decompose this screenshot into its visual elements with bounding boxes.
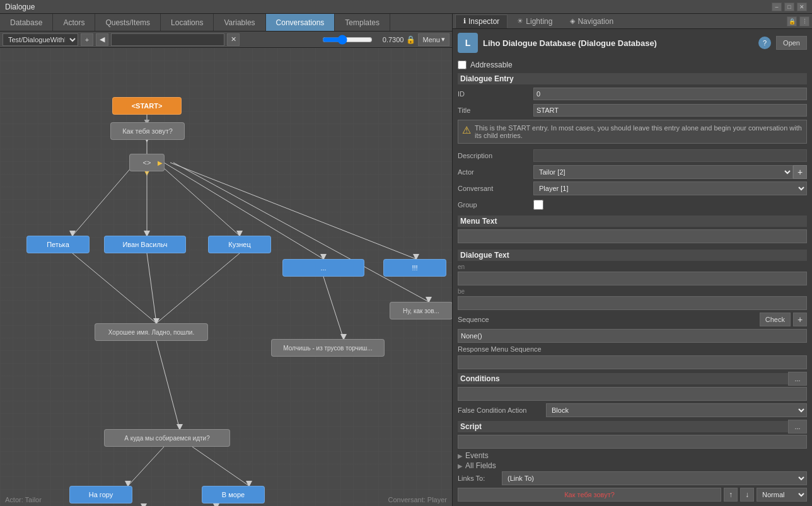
node-ivan[interactable]: Иван Васильч bbox=[104, 236, 186, 253]
svg-line-9 bbox=[72, 253, 156, 323]
conditions-ellipsis-btn[interactable]: ... bbox=[788, 372, 807, 386]
svg-line-10 bbox=[147, 253, 156, 323]
canvas-status: Actor: Tailor Conversant: Player bbox=[5, 496, 447, 503]
conversant-select[interactable]: Player [1] bbox=[533, 181, 807, 195]
all-fields-row[interactable]: ▶ All Fields bbox=[458, 461, 807, 470]
maximize-btn[interactable]: □ bbox=[784, 3, 794, 11]
en-label: en bbox=[458, 263, 807, 270]
add-button[interactable]: + bbox=[81, 33, 93, 46]
tab-lighting[interactable]: ☀ Lighting bbox=[509, 14, 560, 28]
node-kuda[interactable]: А куда мы собираемся идти? bbox=[104, 429, 230, 447]
menu-text-section: Menu Text bbox=[458, 216, 807, 227]
tab-locations[interactable]: Locations bbox=[161, 14, 214, 31]
minimize-btn[interactable]: – bbox=[772, 3, 782, 11]
dialogue-text-section: Dialogue Text bbox=[458, 250, 807, 261]
node-dots2[interactable]: !!! bbox=[383, 259, 446, 277]
main-container: Database Actors Quests/Items Locations V… bbox=[0, 14, 812, 506]
search-clear-button[interactable]: ✕ bbox=[227, 33, 240, 46]
actor-add-btn[interactable]: + bbox=[793, 165, 807, 179]
canvas-area[interactable]: <START> Как тебя зовут? <> ▶ Петька Иван… bbox=[0, 48, 452, 506]
node-q1[interactable]: Как тебя зовут? bbox=[110, 122, 185, 140]
tab-inspector[interactable]: ℹ Inspector bbox=[455, 14, 508, 28]
events-label: Events bbox=[465, 451, 489, 460]
node-petka[interactable]: Петька bbox=[26, 236, 90, 253]
tab-conversations[interactable]: Conversations bbox=[266, 14, 335, 31]
title-bar: Dialogue – □ ✕ bbox=[0, 0, 812, 14]
tab-bar: Database Actors Quests/Items Locations V… bbox=[0, 14, 452, 32]
actor-select[interactable]: Tailor [2] bbox=[533, 165, 793, 179]
title-input[interactable] bbox=[533, 104, 807, 117]
navigation-icon: ◈ bbox=[570, 17, 575, 25]
script-ellipsis-btn[interactable]: ... bbox=[788, 420, 807, 434]
en-input[interactable] bbox=[458, 272, 807, 285]
title-row: Title bbox=[458, 103, 807, 117]
group-checkbox[interactable] bbox=[533, 200, 543, 210]
id-row: ID bbox=[458, 87, 807, 101]
response-menu-seq-row: Response Menu Sequence bbox=[458, 345, 807, 353]
inspector-more-btn[interactable]: ⋮ bbox=[799, 16, 809, 26]
node-good[interactable]: Хорошее имя. Ладно, пошли. bbox=[95, 323, 208, 341]
be-input[interactable] bbox=[458, 296, 807, 310]
lock-icon[interactable]: 🔒 bbox=[406, 35, 415, 44]
svg-line-7 bbox=[170, 163, 416, 259]
tab-navigation[interactable]: ◈ Navigation bbox=[562, 14, 622, 28]
tab-templates[interactable]: Templates bbox=[335, 14, 390, 31]
node-dots1[interactable]: ... bbox=[282, 259, 364, 277]
group-row: Group bbox=[458, 198, 807, 212]
node-start[interactable]: <START> bbox=[112, 97, 182, 115]
svg-line-5 bbox=[158, 163, 240, 236]
inspector-lock-btn[interactable]: 🔒 bbox=[787, 16, 797, 26]
sequence-plus-btn[interactable]: + bbox=[793, 313, 807, 326]
sequence-check-btn[interactable]: Check bbox=[760, 313, 791, 326]
conditions-row: Conditions ... bbox=[458, 372, 807, 386]
script-input[interactable] bbox=[458, 435, 807, 449]
db-title: Liho Dialogue Database (Dialogue Databas… bbox=[483, 38, 657, 48]
conversant-row: Conversant Player [1] bbox=[458, 181, 807, 195]
menu-text-input[interactable] bbox=[458, 229, 807, 243]
node-branch[interactable]: <> ▶ bbox=[129, 154, 165, 171]
open-button[interactable]: Open bbox=[776, 36, 807, 50]
link-mode-select[interactable]: Normal bbox=[757, 488, 807, 502]
links-to-row: Links To: (Link To) bbox=[458, 471, 807, 485]
zoom-slider[interactable] bbox=[322, 35, 373, 45]
sequence-input[interactable] bbox=[458, 329, 807, 343]
menu-button[interactable]: Menu ▾ bbox=[418, 33, 450, 46]
help-btn[interactable]: ? bbox=[758, 37, 771, 49]
events-row[interactable]: ▶ Events bbox=[458, 451, 807, 460]
tab-actors[interactable]: Actors bbox=[53, 14, 95, 31]
links-to-select[interactable]: (Link To) bbox=[502, 471, 807, 485]
conditions-input[interactable] bbox=[458, 387, 807, 401]
all-fields-arrow: ▶ bbox=[458, 463, 463, 469]
description-input[interactable] bbox=[533, 149, 807, 162]
inspector-header: L Liho Dialogue Database (Dialogue Datab… bbox=[458, 33, 807, 55]
svg-line-13 bbox=[156, 341, 180, 429]
actor-row: Actor Tailor [2] + bbox=[458, 165, 807, 179]
conversation-select[interactable]: Test/DialogueWithRespo▾ bbox=[3, 33, 78, 46]
sequence-row: Sequence Check + bbox=[458, 313, 807, 326]
node-molchish[interactable]: Молчишь - из трусов торчиш... bbox=[271, 339, 385, 357]
addressable-label: Addressable bbox=[470, 60, 513, 69]
tab-quests[interactable]: Quests/Items bbox=[95, 14, 161, 31]
link-down-btn[interactable]: ↓ bbox=[740, 488, 754, 502]
warning-text: This is the START entry. In most cases, … bbox=[475, 124, 803, 139]
false-cond-select[interactable]: Block bbox=[546, 403, 807, 417]
search-input[interactable] bbox=[111, 33, 224, 46]
tab-variables[interactable]: Variables bbox=[214, 14, 265, 31]
addressable-checkbox[interactable] bbox=[458, 60, 467, 69]
node-nu[interactable]: Ну, как зов... bbox=[390, 302, 452, 319]
tab-database[interactable]: Database bbox=[0, 14, 53, 31]
sequence-label: Sequence bbox=[458, 316, 533, 323]
nav-back-button[interactable]: ◀ bbox=[96, 33, 108, 46]
node-kuznec[interactable]: Кузнец bbox=[208, 236, 271, 253]
link-up-btn[interactable]: ↑ bbox=[724, 488, 738, 502]
close-btn[interactable]: ✕ bbox=[797, 3, 807, 11]
lighting-icon: ☀ bbox=[517, 17, 523, 25]
window-title: Dialogue bbox=[5, 3, 772, 11]
response-menu-seq-input[interactable] bbox=[458, 355, 807, 369]
link-text-input[interactable] bbox=[458, 488, 721, 502]
events-arrow: ▶ bbox=[458, 452, 463, 459]
false-cond-row: False Condition Action Block bbox=[458, 403, 807, 417]
id-input[interactable] bbox=[533, 88, 807, 100]
actor-status: Actor: Tailor bbox=[5, 496, 42, 503]
window-controls: – □ ✕ bbox=[772, 3, 807, 11]
